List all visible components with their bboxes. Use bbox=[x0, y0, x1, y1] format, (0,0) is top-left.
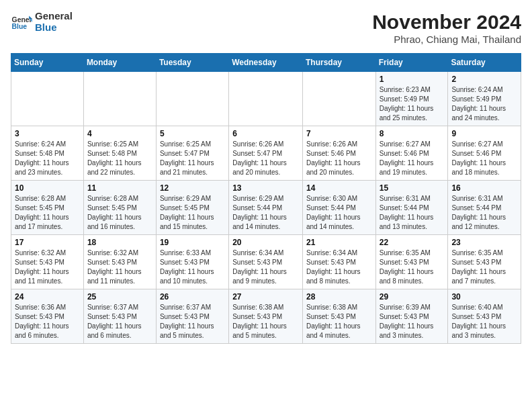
day-info: Sunrise: 6:28 AM Sunset: 5:45 PM Dayligh… bbox=[87, 194, 152, 232]
week-row-4: 24Sunrise: 6:36 AM Sunset: 5:43 PM Dayli… bbox=[11, 289, 521, 344]
day-cell-29: 29Sunrise: 6:39 AM Sunset: 5:43 PM Dayli… bbox=[375, 289, 448, 344]
day-info: Sunrise: 6:39 AM Sunset: 5:43 PM Dayligh… bbox=[380, 303, 445, 340]
day-number: 7 bbox=[306, 129, 372, 138]
day-cell-17: 17Sunrise: 6:32 AM Sunset: 5:43 PM Dayli… bbox=[11, 235, 84, 289]
day-info: Sunrise: 6:31 AM Sunset: 5:44 PM Dayligh… bbox=[451, 194, 517, 232]
day-info: Sunrise: 6:25 AM Sunset: 5:47 PM Dayligh… bbox=[160, 140, 225, 177]
day-info: Sunrise: 6:33 AM Sunset: 5:43 PM Dayligh… bbox=[160, 248, 225, 286]
day-number: 12 bbox=[160, 183, 225, 193]
day-info: Sunrise: 6:23 AM Sunset: 5:49 PM Dayligh… bbox=[380, 85, 445, 123]
week-row-0: 1Sunrise: 6:23 AM Sunset: 5:49 PM Daylig… bbox=[11, 72, 521, 126]
day-info: Sunrise: 6:27 AM Sunset: 5:46 PM Dayligh… bbox=[380, 140, 445, 177]
day-number: 1 bbox=[380, 75, 445, 84]
empty-cell bbox=[11, 72, 84, 126]
empty-cell bbox=[229, 72, 303, 126]
day-number: 28 bbox=[306, 292, 372, 302]
header-friday: Friday bbox=[375, 54, 448, 72]
day-info: Sunrise: 6:26 AM Sunset: 5:46 PM Dayligh… bbox=[306, 140, 372, 177]
header-saturday: Saturday bbox=[448, 54, 521, 72]
day-number: 21 bbox=[306, 238, 372, 247]
title-block: November 2024 Phrao, Chiang Mai, Thailan… bbox=[372, 11, 521, 45]
day-cell-2: 2Sunrise: 6:24 AM Sunset: 5:49 PM Daylig… bbox=[448, 72, 521, 126]
day-info: Sunrise: 6:24 AM Sunset: 5:48 PM Dayligh… bbox=[15, 140, 80, 177]
day-info: Sunrise: 6:38 AM Sunset: 5:43 PM Dayligh… bbox=[306, 303, 372, 340]
day-number: 6 bbox=[232, 129, 299, 138]
day-cell-27: 27Sunrise: 6:38 AM Sunset: 5:43 PM Dayli… bbox=[229, 289, 303, 344]
day-info: Sunrise: 6:38 AM Sunset: 5:43 PM Dayligh… bbox=[232, 303, 299, 340]
day-number: 16 bbox=[451, 183, 517, 193]
day-cell-28: 28Sunrise: 6:38 AM Sunset: 5:43 PM Dayli… bbox=[302, 289, 375, 344]
day-cell-22: 22Sunrise: 6:35 AM Sunset: 5:43 PM Dayli… bbox=[375, 235, 448, 289]
location: Phrao, Chiang Mai, Thailand bbox=[372, 34, 521, 45]
logo: General Blue General Blue bbox=[11, 11, 73, 33]
day-info: Sunrise: 6:32 AM Sunset: 5:43 PM Dayligh… bbox=[15, 248, 80, 286]
day-number: 18 bbox=[87, 238, 152, 247]
week-row-2: 10Sunrise: 6:28 AM Sunset: 5:45 PM Dayli… bbox=[11, 181, 521, 235]
day-cell-7: 7Sunrise: 6:26 AM Sunset: 5:46 PM Daylig… bbox=[302, 126, 375, 181]
day-number: 25 bbox=[87, 292, 152, 302]
day-cell-15: 15Sunrise: 6:31 AM Sunset: 5:44 PM Dayli… bbox=[375, 181, 448, 235]
day-cell-19: 19Sunrise: 6:33 AM Sunset: 5:43 PM Dayli… bbox=[156, 235, 228, 289]
empty-cell bbox=[302, 72, 375, 126]
day-info: Sunrise: 6:35 AM Sunset: 5:43 PM Dayligh… bbox=[451, 248, 517, 286]
day-number: 11 bbox=[87, 183, 152, 193]
day-cell-24: 24Sunrise: 6:36 AM Sunset: 5:43 PM Dayli… bbox=[11, 289, 84, 344]
day-cell-14: 14Sunrise: 6:30 AM Sunset: 5:44 PM Dayli… bbox=[302, 181, 375, 235]
day-number: 24 bbox=[15, 292, 80, 302]
day-number: 17 bbox=[15, 238, 80, 247]
empty-cell bbox=[83, 72, 156, 126]
day-number: 8 bbox=[380, 129, 445, 138]
day-cell-6: 6Sunrise: 6:26 AM Sunset: 5:47 PM Daylig… bbox=[229, 126, 303, 181]
calendar-header-row: SundayMondayTuesdayWednesdayThursdayFrid… bbox=[11, 54, 521, 72]
week-row-1: 3Sunrise: 6:24 AM Sunset: 5:48 PM Daylig… bbox=[11, 126, 521, 181]
day-cell-4: 4Sunrise: 6:25 AM Sunset: 5:48 PM Daylig… bbox=[83, 126, 156, 181]
day-info: Sunrise: 6:34 AM Sunset: 5:43 PM Dayligh… bbox=[306, 248, 372, 286]
day-info: Sunrise: 6:29 AM Sunset: 5:44 PM Dayligh… bbox=[232, 194, 299, 232]
day-number: 27 bbox=[232, 292, 299, 302]
day-number: 30 bbox=[451, 292, 517, 302]
day-number: 2 bbox=[451, 75, 517, 84]
day-info: Sunrise: 6:26 AM Sunset: 5:47 PM Dayligh… bbox=[232, 140, 299, 177]
day-info: Sunrise: 6:40 AM Sunset: 5:43 PM Dayligh… bbox=[451, 303, 517, 340]
logo-general-text: General bbox=[35, 11, 73, 22]
day-number: 4 bbox=[87, 129, 152, 138]
header-tuesday: Tuesday bbox=[156, 54, 228, 72]
day-number: 22 bbox=[380, 238, 445, 247]
day-cell-9: 9Sunrise: 6:27 AM Sunset: 5:46 PM Daylig… bbox=[448, 126, 521, 181]
week-row-3: 17Sunrise: 6:32 AM Sunset: 5:43 PM Dayli… bbox=[11, 235, 521, 289]
day-cell-25: 25Sunrise: 6:37 AM Sunset: 5:43 PM Dayli… bbox=[83, 289, 156, 344]
day-number: 14 bbox=[306, 183, 372, 193]
day-number: 10 bbox=[15, 183, 80, 193]
day-number: 15 bbox=[380, 183, 445, 193]
day-cell-16: 16Sunrise: 6:31 AM Sunset: 5:44 PM Dayli… bbox=[448, 181, 521, 235]
header-thursday: Thursday bbox=[302, 54, 375, 72]
day-info: Sunrise: 6:29 AM Sunset: 5:45 PM Dayligh… bbox=[160, 194, 225, 232]
day-number: 29 bbox=[380, 292, 445, 302]
day-info: Sunrise: 6:30 AM Sunset: 5:44 PM Dayligh… bbox=[306, 194, 372, 232]
day-cell-11: 11Sunrise: 6:28 AM Sunset: 5:45 PM Dayli… bbox=[83, 181, 156, 235]
month-year: November 2024 bbox=[372, 11, 521, 34]
day-number: 5 bbox=[160, 129, 225, 138]
day-cell-3: 3Sunrise: 6:24 AM Sunset: 5:48 PM Daylig… bbox=[11, 126, 84, 181]
page-header: General Blue General Blue November 2024 … bbox=[11, 11, 521, 45]
svg-text:Blue: Blue bbox=[12, 23, 28, 30]
day-cell-5: 5Sunrise: 6:25 AM Sunset: 5:47 PM Daylig… bbox=[156, 126, 228, 181]
day-info: Sunrise: 6:35 AM Sunset: 5:43 PM Dayligh… bbox=[380, 248, 445, 286]
day-cell-23: 23Sunrise: 6:35 AM Sunset: 5:43 PM Dayli… bbox=[448, 235, 521, 289]
day-cell-12: 12Sunrise: 6:29 AM Sunset: 5:45 PM Dayli… bbox=[156, 181, 228, 235]
day-cell-1: 1Sunrise: 6:23 AM Sunset: 5:49 PM Daylig… bbox=[375, 72, 448, 126]
day-cell-8: 8Sunrise: 6:27 AM Sunset: 5:46 PM Daylig… bbox=[375, 126, 448, 181]
header-wednesday: Wednesday bbox=[229, 54, 303, 72]
header-sunday: Sunday bbox=[11, 54, 84, 72]
logo-blue-text: Blue bbox=[35, 22, 73, 34]
logo-icon: General Blue bbox=[11, 11, 32, 33]
day-info: Sunrise: 6:36 AM Sunset: 5:43 PM Dayligh… bbox=[15, 303, 80, 340]
empty-cell bbox=[156, 72, 228, 126]
day-number: 13 bbox=[232, 183, 299, 193]
day-info: Sunrise: 6:24 AM Sunset: 5:49 PM Dayligh… bbox=[451, 85, 517, 123]
day-info: Sunrise: 6:32 AM Sunset: 5:43 PM Dayligh… bbox=[87, 248, 152, 286]
day-info: Sunrise: 6:34 AM Sunset: 5:43 PM Dayligh… bbox=[232, 248, 299, 286]
day-number: 23 bbox=[451, 238, 517, 247]
day-cell-20: 20Sunrise: 6:34 AM Sunset: 5:43 PM Dayli… bbox=[229, 235, 303, 289]
day-info: Sunrise: 6:28 AM Sunset: 5:45 PM Dayligh… bbox=[15, 194, 80, 232]
